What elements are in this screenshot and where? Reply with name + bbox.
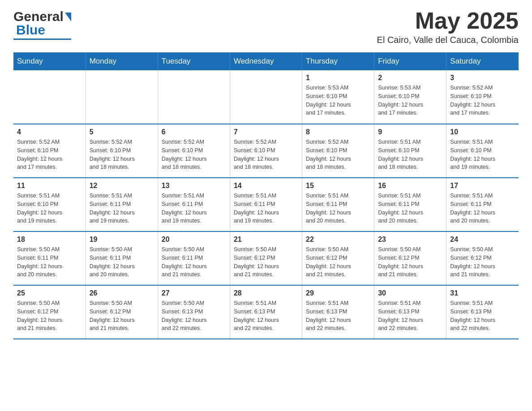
calendar-cell: 3Sunrise: 5:52 AM Sunset: 6:10 PM Daylig… [446,70,519,124]
calendar-cell: 13Sunrise: 5:51 AM Sunset: 6:11 PM Dayli… [158,178,230,231]
day-info: Sunrise: 5:53 AM Sunset: 6:10 PM Dayligh… [378,84,442,117]
day-info: Sunrise: 5:52 AM Sunset: 6:10 PM Dayligh… [306,138,370,171]
day-number: 22 [306,235,370,244]
weekday-header-friday: Friday [374,52,446,70]
day-number: 21 [234,235,298,244]
day-info: Sunrise: 5:51 AM Sunset: 6:11 PM Dayligh… [306,192,370,225]
day-info: Sunrise: 5:51 AM Sunset: 6:10 PM Dayligh… [378,138,442,171]
weekday-header-thursday: Thursday [302,52,374,70]
day-info: Sunrise: 5:51 AM Sunset: 6:13 PM Dayligh… [234,299,298,333]
calendar-cell: 9Sunrise: 5:51 AM Sunset: 6:10 PM Daylig… [374,124,446,178]
day-info: Sunrise: 5:50 AM Sunset: 6:12 PM Dayligh… [450,245,515,279]
day-number: 20 [162,235,226,244]
calendar-cell: 1Sunrise: 5:53 AM Sunset: 6:10 PM Daylig… [302,70,374,124]
calendar-cell: 27Sunrise: 5:50 AM Sunset: 6:13 PM Dayli… [158,285,230,339]
calendar-cell: 26Sunrise: 5:50 AM Sunset: 6:12 PM Dayli… [86,285,158,339]
day-number: 25 [17,289,82,297]
calendar-table: SundayMondayTuesdayWednesdayThursdayFrid… [13,52,519,339]
day-number: 6 [162,128,226,136]
day-info: Sunrise: 5:51 AM Sunset: 6:10 PM Dayligh… [17,192,82,225]
day-info: Sunrise: 5:51 AM Sunset: 6:13 PM Dayligh… [450,299,515,333]
calendar-cell: 19Sunrise: 5:50 AM Sunset: 6:11 PM Dayli… [86,231,158,285]
calendar-cell: 2Sunrise: 5:53 AM Sunset: 6:10 PM Daylig… [374,70,446,124]
calendar-cell [230,70,302,124]
weekday-header-sunday: Sunday [13,52,86,70]
logo-general-text: General [13,9,64,24]
calendar-cell: 22Sunrise: 5:50 AM Sunset: 6:12 PM Dayli… [302,231,374,285]
calendar-week-row: 25Sunrise: 5:50 AM Sunset: 6:12 PM Dayli… [13,285,519,339]
day-number: 5 [90,128,154,136]
day-info: Sunrise: 5:51 AM Sunset: 6:11 PM Dayligh… [162,192,226,225]
day-info: Sunrise: 5:50 AM Sunset: 6:11 PM Dayligh… [17,245,82,279]
day-number: 7 [234,128,298,136]
weekday-header-row: SundayMondayTuesdayWednesdayThursdayFrid… [13,52,519,70]
day-number: 30 [378,289,442,297]
day-number: 18 [17,235,82,244]
calendar-cell: 28Sunrise: 5:51 AM Sunset: 6:13 PM Dayli… [230,285,302,339]
day-number: 11 [17,182,82,190]
day-number: 29 [306,289,370,297]
day-info: Sunrise: 5:50 AM Sunset: 6:12 PM Dayligh… [17,299,82,333]
day-info: Sunrise: 5:52 AM Sunset: 6:10 PM Dayligh… [17,138,82,171]
day-info: Sunrise: 5:50 AM Sunset: 6:12 PM Dayligh… [234,245,298,279]
day-info: Sunrise: 5:50 AM Sunset: 6:12 PM Dayligh… [306,245,370,279]
calendar-week-row: 4Sunrise: 5:52 AM Sunset: 6:10 PM Daylig… [13,124,519,178]
logo-underline [13,39,71,40]
day-info: Sunrise: 5:51 AM Sunset: 6:13 PM Dayligh… [378,299,442,333]
calendar-cell: 25Sunrise: 5:50 AM Sunset: 6:12 PM Dayli… [13,285,86,339]
calendar-cell: 17Sunrise: 5:51 AM Sunset: 6:11 PM Dayli… [446,178,519,231]
page-header: General Blue May 2025 El Cairo, Valle de… [13,9,519,45]
calendar-cell: 31Sunrise: 5:51 AM Sunset: 6:13 PM Dayli… [446,285,519,339]
weekday-header-monday: Monday [86,52,158,70]
calendar-cell: 30Sunrise: 5:51 AM Sunset: 6:13 PM Dayli… [374,285,446,339]
day-info: Sunrise: 5:50 AM Sunset: 6:11 PM Dayligh… [162,245,226,279]
day-number: 3 [450,74,515,82]
day-info: Sunrise: 5:52 AM Sunset: 6:10 PM Dayligh… [450,84,515,117]
day-number: 4 [17,128,82,136]
calendar-cell: 11Sunrise: 5:51 AM Sunset: 6:10 PM Dayli… [13,178,86,231]
day-number: 31 [450,289,515,297]
title-block: May 2025 El Cairo, Valle del Cauca, Colo… [377,9,519,45]
day-number: 26 [90,289,154,297]
day-number: 14 [234,182,298,190]
day-info: Sunrise: 5:50 AM Sunset: 6:12 PM Dayligh… [378,245,442,279]
logo-blue-text: Blue [16,22,45,38]
day-info: Sunrise: 5:51 AM Sunset: 6:10 PM Dayligh… [450,138,515,171]
calendar-cell: 4Sunrise: 5:52 AM Sunset: 6:10 PM Daylig… [13,124,86,178]
day-info: Sunrise: 5:50 AM Sunset: 6:12 PM Dayligh… [90,299,154,333]
day-info: Sunrise: 5:51 AM Sunset: 6:13 PM Dayligh… [306,299,370,333]
day-number: 13 [162,182,226,190]
calendar-cell: 21Sunrise: 5:50 AM Sunset: 6:12 PM Dayli… [230,231,302,285]
day-number: 17 [450,182,515,190]
day-info: Sunrise: 5:51 AM Sunset: 6:11 PM Dayligh… [450,192,515,225]
location-title: El Cairo, Valle del Cauca, Colombia [377,35,519,45]
day-info: Sunrise: 5:52 AM Sunset: 6:10 PM Dayligh… [90,138,154,171]
calendar-cell: 24Sunrise: 5:50 AM Sunset: 6:12 PM Dayli… [446,231,519,285]
day-number: 8 [306,128,370,136]
calendar-cell: 10Sunrise: 5:51 AM Sunset: 6:10 PM Dayli… [446,124,519,178]
calendar-cell: 15Sunrise: 5:51 AM Sunset: 6:11 PM Dayli… [302,178,374,231]
calendar-cell: 18Sunrise: 5:50 AM Sunset: 6:11 PM Dayli… [13,231,86,285]
day-number: 23 [378,235,442,244]
calendar-cell: 16Sunrise: 5:51 AM Sunset: 6:11 PM Dayli… [374,178,446,231]
calendar-week-row: 1Sunrise: 5:53 AM Sunset: 6:10 PM Daylig… [13,70,519,124]
day-info: Sunrise: 5:51 AM Sunset: 6:11 PM Dayligh… [378,192,442,225]
calendar-cell: 12Sunrise: 5:51 AM Sunset: 6:11 PM Dayli… [86,178,158,231]
calendar-cell: 20Sunrise: 5:50 AM Sunset: 6:11 PM Dayli… [158,231,230,285]
logo-triangle-icon [65,13,71,21]
logo: General Blue [13,9,71,40]
day-info: Sunrise: 5:52 AM Sunset: 6:10 PM Dayligh… [234,138,298,171]
calendar-week-row: 18Sunrise: 5:50 AM Sunset: 6:11 PM Dayli… [13,231,519,285]
day-info: Sunrise: 5:50 AM Sunset: 6:13 PM Dayligh… [162,299,226,333]
day-number: 28 [234,289,298,297]
weekday-header-wednesday: Wednesday [230,52,302,70]
day-number: 12 [90,182,154,190]
day-number: 24 [450,235,515,244]
weekday-header-saturday: Saturday [446,52,519,70]
day-info: Sunrise: 5:50 AM Sunset: 6:11 PM Dayligh… [90,245,154,279]
day-number: 19 [90,235,154,244]
calendar-cell: 7Sunrise: 5:52 AM Sunset: 6:10 PM Daylig… [230,124,302,178]
calendar-cell [158,70,230,124]
calendar-cell: 5Sunrise: 5:52 AM Sunset: 6:10 PM Daylig… [86,124,158,178]
day-info: Sunrise: 5:52 AM Sunset: 6:10 PM Dayligh… [162,138,226,171]
